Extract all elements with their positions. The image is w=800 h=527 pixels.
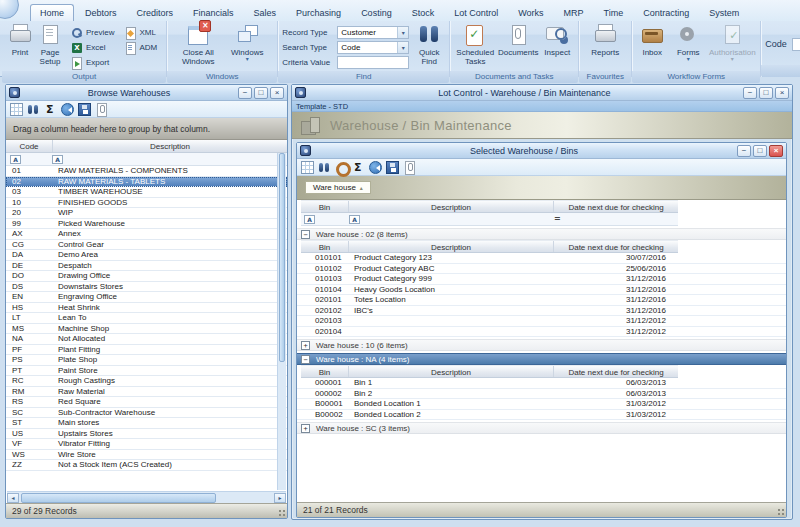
tab-time[interactable]: Time: [595, 5, 633, 21]
table-row[interactable]: AXAnnex: [6, 229, 287, 240]
sigma-icon[interactable]: [352, 161, 365, 174]
column-header-bin[interactable]: Bin: [301, 241, 349, 252]
table-row[interactable]: 02010431/12/2012: [297, 327, 786, 338]
sigma-icon[interactable]: [44, 103, 57, 116]
tab-lot-control[interactable]: Lot Control: [445, 5, 507, 21]
collapse-icon[interactable]: −: [301, 230, 310, 239]
criteria-value-input[interactable]: [337, 56, 409, 69]
table-row[interactable]: DADemo Area: [6, 250, 287, 261]
expand-icon[interactable]: +: [301, 424, 310, 433]
attachment-icon[interactable]: [95, 103, 108, 116]
table-row[interactable]: PFPlant Fitting: [6, 345, 287, 356]
table-row[interactable]: 99Picked Warehouse: [6, 219, 287, 230]
tab-contracting[interactable]: Contracting: [634, 5, 698, 21]
filter-equals-icon[interactable]: =: [554, 214, 561, 224]
page-setup-button[interactable]: Page Setup: [34, 23, 66, 71]
save-icon[interactable]: [386, 161, 399, 174]
group-by-chip-warehouse[interactable]: Ware house ▴: [305, 181, 371, 194]
group-row[interactable]: −Ware house : NA (4 items): [297, 353, 786, 365]
table-row[interactable]: HSHeat Shrink: [6, 303, 287, 314]
table-row[interactable]: RMRaw Material: [6, 387, 287, 398]
filter-button-description[interactable]: A: [349, 215, 360, 224]
table-row[interactable]: 020102IBC's31/12/2016: [297, 306, 786, 317]
table-row[interactable]: USUpstairs Stores: [6, 429, 287, 440]
table-row[interactable]: 020101Totes Location31/12/2016: [297, 295, 786, 306]
scheduled-tasks-button[interactable]: Scheduled Tasks: [454, 23, 496, 71]
donut-icon[interactable]: [335, 161, 348, 174]
column-header-date[interactable]: Date next due for checking: [554, 201, 678, 212]
group-row[interactable]: +Ware house : SC (3 items): [297, 422, 786, 434]
maximize-button[interactable]: □: [753, 145, 767, 157]
inspect-button[interactable]: Inspect: [540, 23, 574, 71]
close-all-windows-button[interactable]: Close All Windows: [177, 23, 219, 71]
tab-works[interactable]: Works: [509, 5, 552, 21]
code-input[interactable]: [792, 38, 800, 51]
close-button[interactable]: ×: [270, 87, 284, 99]
scrollbar-thumb[interactable]: [279, 153, 285, 362]
table-row[interactable]: DEDespatch: [6, 261, 287, 272]
maximize-button[interactable]: □: [759, 87, 773, 99]
tab-system[interactable]: System: [700, 5, 748, 21]
lot-control-titlebar[interactable]: Lot Control - Warehouse / Bin Maintenanc…: [292, 85, 792, 101]
column-header-description[interactable]: Description: [53, 140, 287, 152]
table-row[interactable]: MSMachine Shop: [6, 324, 287, 335]
filter-button-description[interactable]: A: [52, 155, 63, 164]
table-row[interactable]: 03TIMBER WAREHOUSE: [6, 187, 287, 198]
xml-button[interactable]: XML: [121, 26, 160, 39]
table-row[interactable]: B00002Bonded Location 231/03/2012: [297, 410, 786, 421]
group-row[interactable]: −Ware house : 02 (8 items): [297, 228, 786, 240]
back-icon[interactable]: [369, 161, 382, 174]
authorisation-button[interactable]: Authorisation ▾: [708, 23, 756, 71]
group-row[interactable]: +Ware house : 10 (6 items): [297, 339, 786, 351]
vertical-scrollbar[interactable]: [277, 153, 286, 490]
application-menu-orb[interactable]: [0, 0, 19, 19]
grid-export-icon[interactable]: [301, 161, 314, 174]
tab-financials[interactable]: Financials: [184, 5, 243, 21]
collapse-icon[interactable]: −: [301, 355, 310, 364]
table-row[interactable]: 000001Bin 106/03/2013: [297, 378, 786, 389]
table-row[interactable]: ENEngraving Office: [6, 292, 287, 303]
table-row[interactable]: 010104Heavy Goods Location31/12/2016: [297, 285, 786, 296]
forms-button[interactable]: Forms ▾: [672, 23, 704, 71]
filter-button-bin[interactable]: A: [304, 215, 315, 224]
table-row[interactable]: ZZNot a Stock Item (ACS Created): [6, 460, 287, 471]
table-row[interactable]: SCSub-Contractor Warehouse: [6, 408, 287, 419]
scrollbar-thumb[interactable]: [21, 493, 216, 503]
tab-sales[interactable]: Sales: [245, 5, 286, 21]
tab-debtors[interactable]: Debtors: [76, 5, 126, 21]
table-row[interactable]: 02RAW MATERIALS - TABLETS: [6, 177, 287, 188]
minimize-button[interactable]: −: [737, 145, 751, 157]
table-row[interactable]: STMain stores: [6, 418, 287, 429]
table-row[interactable]: RSRed Square: [6, 397, 287, 408]
column-header-bin[interactable]: Bin: [301, 201, 349, 212]
table-row[interactable]: 010101Product Category 12330/07/2016: [297, 253, 786, 264]
tab-purchasing[interactable]: Purchasing: [287, 5, 350, 21]
browse-titlebar[interactable]: Browse Warehouses − □ ×: [6, 85, 287, 101]
table-row[interactable]: 01RAW MATERIALS - COMPONENTS: [6, 166, 287, 177]
table-row[interactable]: B00001Bonded Location 131/03/2012: [297, 399, 786, 410]
resize-grip[interactable]: [277, 508, 286, 517]
tab-costing[interactable]: Costing: [352, 5, 401, 21]
preview-button[interactable]: Preview: [68, 26, 117, 39]
table-row[interactable]: 010102Product Category ABC25/06/2016: [297, 264, 786, 275]
column-header-description[interactable]: Description: [349, 241, 554, 252]
excel-button[interactable]: Excel: [68, 41, 117, 54]
column-header-description[interactable]: Description: [349, 366, 554, 377]
quick-find-button[interactable]: Quick Find: [413, 23, 445, 71]
tab-home[interactable]: Home: [30, 4, 74, 21]
minimize-button[interactable]: −: [743, 87, 757, 99]
back-icon[interactable]: [61, 103, 74, 116]
table-row[interactable]: DODrawing Office: [6, 271, 287, 282]
table-row[interactable]: VFVibrator Fitting: [6, 439, 287, 450]
table-row[interactable]: WSWire Store: [6, 450, 287, 461]
table-row[interactable]: LTLean To: [6, 313, 287, 324]
tab-mrp[interactable]: MRP: [555, 5, 593, 21]
column-header-bin[interactable]: Bin: [301, 366, 349, 377]
inbox-button[interactable]: Inbox: [636, 23, 668, 71]
column-header-date[interactable]: Date next due for checking: [554, 366, 678, 377]
table-row[interactable]: 10FINISHED GOODS: [6, 198, 287, 209]
print-button[interactable]: Print: [6, 23, 34, 71]
tab-creditors[interactable]: Creditors: [128, 5, 183, 21]
documents-button[interactable]: Documents: [496, 23, 540, 71]
column-header-description[interactable]: Description: [349, 201, 554, 212]
